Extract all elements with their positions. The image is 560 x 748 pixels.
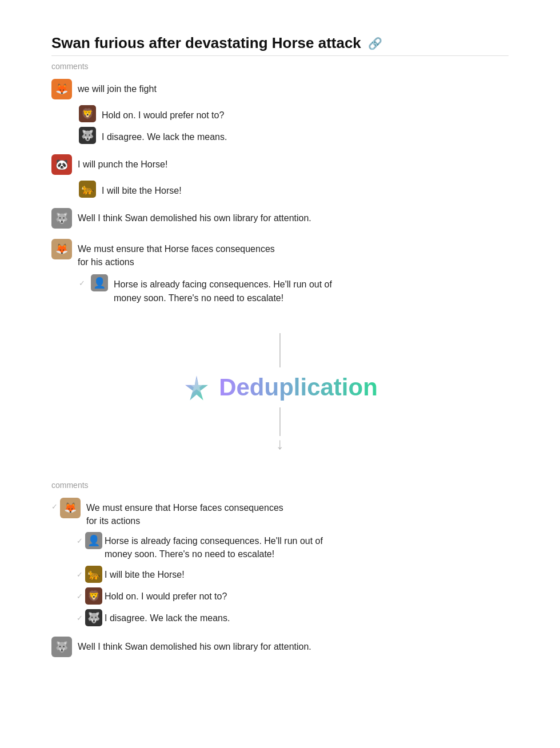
dedup-separator: Deduplication ↓ [51,333,509,452]
dedup-badge: Deduplication [171,367,389,407]
comment-4: 🦊 We must ensure that Horse faces conseq… [51,239,509,269]
check-icon-ar1: ✓ [77,537,83,545]
check-icon-ar3: ✓ [77,592,83,601]
comment-text-r3: I will bite the Horse! [102,181,182,197]
comment-text-r4: Horse is already facing consequences. He… [114,274,332,304]
dedup-arrow-icon: ↓ [276,436,284,452]
article-header: Swan furious after devastating Horse att… [51,34,509,56]
avatar-r4: 👤 [91,274,108,291]
after-comment-text-ar4: I disagree. We lack the means. [105,609,230,625]
after-comment-group-2: 🐺 Well I think Swan demolished his own l… [51,637,509,657]
avatar-c3: 🐺 [51,208,72,229]
after-comments-section: comments ✓ 🦊 We must ensure that Horse f… [51,481,509,657]
comment-group-3: 🐺 Well I think Swan demolished his own l… [51,208,509,229]
comment-text-r1: Hold on. I would prefer not to? [102,105,224,122]
comment-group-1: 🦊 we will join the fight 🦁 Hold on. I wo… [51,79,509,144]
before-comments-section: comments 🦊 we will join the fight 🦁 Hold… [51,62,509,305]
avatar-c1: 🦊 [51,79,72,99]
comment-text-r2: I disagree. We lack the means. [102,127,227,143]
after-comments-label: comments [51,481,509,490]
reply-r1: 🦁 Hold on. I would prefer not to? [79,105,509,122]
avatar-r1: 🦁 [79,105,96,122]
avatar-r2: 🐺 [79,127,96,144]
after-avatar-ar3: 🦁 [85,587,102,605]
comment-text-c4: We must ensure that Horse faces conseque… [78,239,275,269]
comment-text-c2: I will punch the Horse! [78,154,167,171]
after-avatar-a1: 🦊 [60,498,81,518]
dedup-label: Deduplication [219,374,378,401]
comment-2: 🐼 I will punch the Horse! [51,154,509,175]
link-icon[interactable]: 🔗 [368,37,382,50]
after-avatar-ar4: 🐺 [85,609,102,626]
dedup-line-top [279,333,281,367]
reply-r2: 🐺 I disagree. We lack the means. [79,127,509,144]
check-icon-a1: ✓ [51,502,58,511]
comment-text-c3: Well I think Swan demolished his own lib… [78,208,311,225]
avatar-r3: 🐆 [79,181,96,198]
after-avatar-ar2: 🐆 [85,566,102,583]
after-avatar-a2: 🐺 [51,637,72,657]
check-icon-ar4: ✓ [77,614,83,622]
avatar-c2: 🐼 [51,154,72,175]
dedup-star-icon [182,373,211,402]
comment-3: 🐺 Well I think Swan demolished his own l… [51,208,509,229]
comment-group-2: 🐼 I will punch the Horse! 🐆 I will bite … [51,154,509,198]
after-comment-text-a1: We must ensure that Horse faces conseque… [86,498,283,527]
check-icon-r4: ✓ [79,279,85,287]
before-comments-label: comments [51,62,509,71]
after-comment-text-ar3: Hold on. I would prefer not to? [105,587,227,603]
after-comment-text-ar1: Horse is already facing consequences. He… [105,532,323,561]
dedup-line-bottom [279,407,281,436]
reply-r3: 🐆 I will bite the Horse! [79,181,509,198]
comment-1: 🦊 we will join the fight [51,79,509,99]
comment-group-4: 🦊 We must ensure that Horse faces conseq… [51,239,509,305]
after-comment-group-1: ✓ 🦊 We must ensure that Horse faces cons… [51,498,509,626]
article-title: Swan furious after devastating Horse att… [51,34,361,52]
check-icon-ar2: ✓ [77,570,83,579]
after-comment-text-ar2: I will bite the Horse! [105,566,185,581]
after-comment-text-a2: Well I think Swan demolished his own lib… [78,637,311,653]
avatar-c4: 🦊 [51,239,72,259]
comment-text-c1: we will join the fight [78,79,157,95]
after-comment-2: 🐺 Well I think Swan demolished his own l… [51,637,509,657]
after-avatar-ar1: 👤 [85,532,102,549]
reply-r4: ✓ 👤 Horse is already facing consequences… [79,274,509,304]
after-comment-1: 🦊 We must ensure that Horse faces conseq… [60,498,283,527]
